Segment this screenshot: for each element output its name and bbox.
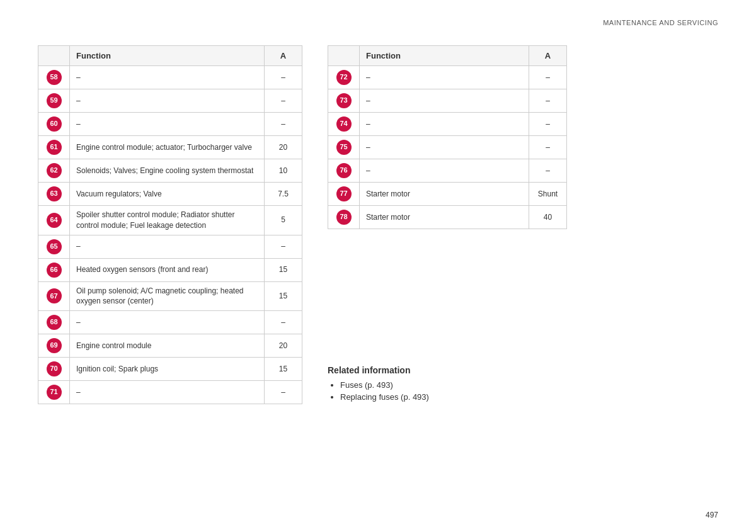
fuse-number-cell: 61 [38,136,70,159]
fuse-number-cell: 74 [328,113,360,136]
fuse-number-cell: 75 [328,136,360,159]
table-row: 58–– [38,66,302,89]
fuse-number-cell: 77 [328,183,360,206]
fuse-number-cell: 59 [38,89,70,113]
fuse-function-cell: Engine control module [70,334,265,358]
fuse-badge: 72 [336,70,352,85]
page-header: MAINTENANCE AND SERVICING [0,0,756,33]
fuse-amp-cell: – [529,113,567,136]
fuse-amp-cell: 15 [265,358,302,381]
table-row: 65–– [38,235,302,258]
fuse-function-cell: – [70,89,265,113]
fuse-number-cell: 65 [38,235,70,258]
fuse-badge: 78 [336,210,352,225]
fuse-function-cell: – [70,381,265,404]
fuse-function-cell: Vacuum regulators; Valve [70,183,265,206]
table-row: 66Heated oxygen sensors (front and rear)… [38,258,302,281]
fuse-function-cell: – [70,113,265,136]
fuse-function-cell: Engine control module; actuator; Turboch… [70,136,265,159]
fuse-number-cell: 63 [38,183,70,206]
fuse-function-cell: – [360,66,529,89]
fuse-function-cell: Heated oxygen sensors (front and rear) [70,258,265,281]
fuse-number-cell: 67 [38,281,70,311]
fuse-function-cell: – [360,113,529,136]
left-fuse-table: Function A 58––59––60––61Engine control … [38,45,302,404]
table-row: 75–– [328,136,567,159]
list-item: Fuses (p. 493) [340,380,567,390]
fuse-badge: 61 [47,140,62,155]
fuse-badge: 70 [47,361,62,376]
table-row: 78Starter motor40 [328,206,567,229]
fuse-badge: 76 [336,163,352,178]
list-item: Replacing fuses (p. 493) [340,392,567,402]
fuse-table-left: Function A 58––59––60––61Engine control … [38,45,302,404]
fuse-amp-cell: – [529,159,567,183]
fuse-badge: 71 [47,385,62,400]
fuse-number-cell: 62 [38,159,70,183]
table-row: 63Vacuum regulators; Valve7.5 [38,183,302,206]
fuse-number-cell: 76 [328,159,360,183]
table-row: 76–– [328,159,567,183]
fuse-amp-cell: – [265,89,302,113]
col-header-num-right [328,46,360,66]
table-row: 72–– [328,66,567,89]
table-row: 67Oil pump solenoid; A/C magnetic coupli… [38,281,302,311]
fuse-amp-cell: – [265,311,302,334]
fuse-badge: 74 [336,116,352,132]
col-header-num-left [38,46,70,66]
fuse-badge: 77 [336,186,352,201]
fuse-amp-cell: 15 [265,258,302,281]
fuse-badge: 58 [47,70,62,85]
table-row: 68–– [38,311,302,334]
table-row: 59–– [38,89,302,113]
related-information: Related information Fuses (p. 493)Replac… [328,365,567,404]
fuse-amp-cell: 10 [265,159,302,183]
fuse-amp-cell: 40 [529,206,567,229]
fuse-number-cell: 73 [328,89,360,113]
col-header-amp-left: A [265,46,302,66]
fuse-number-cell: 70 [38,358,70,381]
fuse-function-cell: Starter motor [360,206,529,229]
fuse-amp-cell: 7.5 [265,183,302,206]
related-info-list: Fuses (p. 493)Replacing fuses (p. 493) [328,380,567,402]
fuse-badge: 75 [336,140,352,155]
fuse-amp-cell: 5 [265,206,302,235]
fuse-number-cell: 71 [38,381,70,404]
fuse-amp-cell: 20 [265,334,302,358]
col-header-amp-right: A [529,46,567,66]
fuse-number-cell: 66 [38,258,70,281]
fuse-number-cell: 68 [38,311,70,334]
fuse-badge: 63 [47,186,62,201]
page-number: 497 [706,511,718,519]
fuse-number-cell: 72 [328,66,360,89]
fuse-number-cell: 78 [328,206,360,229]
fuse-function-cell: – [360,159,529,183]
fuse-badge: 69 [47,338,62,353]
fuse-function-cell: – [70,311,265,334]
page-footer: 497 [706,511,718,519]
fuse-badge: 68 [47,315,62,330]
table-row: 61Engine control module; actuator; Turbo… [38,136,302,159]
table-row: 64Spoiler shutter control module; Radiat… [38,206,302,235]
table-row: 71–– [38,381,302,404]
fuse-table-right: Function A 72––73––74––75––76––77Starter… [328,45,567,229]
fuse-badge: 59 [47,93,62,108]
fuse-amp-cell: – [529,66,567,89]
fuse-function-cell: Ignition coil; Spark plugs [70,358,265,381]
table-row: 60–– [38,113,302,136]
fuse-badge: 73 [336,93,352,108]
table-row: 62Solenoids; Valves; Engine cooling syst… [38,159,302,183]
fuse-function-cell: – [70,66,265,89]
fuse-amp-cell: Shunt [529,183,567,206]
fuse-function-cell: Oil pump solenoid; A/C magnetic coupling… [70,281,265,311]
fuse-amp-cell: – [265,113,302,136]
fuse-amp-cell: – [265,66,302,89]
col-header-function-left: Function [70,46,265,66]
fuse-amp-cell: 15 [265,281,302,311]
fuse-number-cell: 58 [38,66,70,89]
fuse-badge: 62 [47,163,62,178]
fuse-function-cell: Solenoids; Valves; Engine cooling system… [70,159,265,183]
fuse-number-cell: 64 [38,206,70,235]
col-header-function-right: Function [360,46,529,66]
fuse-function-cell: – [360,136,529,159]
